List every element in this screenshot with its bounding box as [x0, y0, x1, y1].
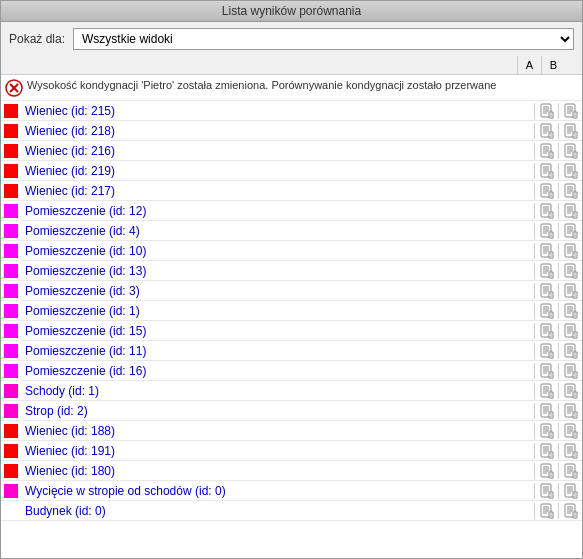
cell-a[interactable]	[534, 283, 558, 299]
cell-a[interactable]	[534, 423, 558, 439]
color-box	[4, 124, 18, 138]
row-name-label[interactable]: Wieniec (id: 180)	[21, 462, 534, 480]
table-row: Wycięcie w stropie od schodów (id: 0)	[1, 481, 582, 501]
cell-b[interactable]	[558, 263, 582, 279]
row-color-indicator	[1, 442, 21, 460]
row-name-label[interactable]: Wieniec (id: 191)	[21, 442, 534, 460]
cell-a[interactable]	[534, 263, 558, 279]
view-select[interactable]: Wszystkie widoki	[73, 28, 574, 50]
cell-b[interactable]	[558, 283, 582, 299]
row-color-indicator	[1, 322, 21, 340]
row-name-label[interactable]: Wieniec (id: 219)	[21, 162, 534, 180]
title-bar: Lista wyników porównania	[1, 1, 582, 22]
row-color-indicator	[1, 222, 21, 240]
cell-b[interactable]	[558, 303, 582, 319]
row-name-label[interactable]: Budynek (id: 0)	[21, 502, 534, 520]
cell-a[interactable]	[534, 143, 558, 159]
row-name-label[interactable]: Pomieszczenie (id: 1)	[21, 302, 534, 320]
row-name-label[interactable]: Pomieszczenie (id: 16)	[21, 362, 534, 380]
cell-a[interactable]	[534, 403, 558, 419]
table-row: Pomieszczenie (id: 13)	[1, 261, 582, 281]
cell-a[interactable]	[534, 243, 558, 259]
cell-b[interactable]	[558, 123, 582, 139]
row-color-indicator	[1, 122, 21, 140]
color-box	[4, 104, 18, 118]
row-name-label[interactable]: Pomieszczenie (id: 13)	[21, 262, 534, 280]
cell-b[interactable]	[558, 203, 582, 219]
row-name-label[interactable]: Wycięcie w stropie od schodów (id: 0)	[21, 482, 534, 500]
table-row: Pomieszczenie (id: 11)	[1, 341, 582, 361]
row-color-indicator	[1, 402, 21, 420]
cell-b[interactable]	[558, 463, 582, 479]
cell-b[interactable]	[558, 503, 582, 519]
cell-a[interactable]	[534, 503, 558, 519]
row-name-label[interactable]: Pomieszczenie (id: 3)	[21, 282, 534, 300]
cell-a[interactable]	[534, 443, 558, 459]
cell-a[interactable]	[534, 343, 558, 359]
cell-a[interactable]	[534, 363, 558, 379]
cell-b[interactable]	[558, 243, 582, 259]
row-color-indicator	[1, 382, 21, 400]
cell-b[interactable]	[558, 403, 582, 419]
cell-a[interactable]	[534, 483, 558, 499]
cell-b[interactable]	[558, 223, 582, 239]
table-row: Schody (id: 1)	[1, 381, 582, 401]
cell-a[interactable]	[534, 183, 558, 199]
row-name-label[interactable]: Pomieszczenie (id: 10)	[21, 242, 534, 260]
cell-b[interactable]	[558, 103, 582, 119]
col-b-header: B	[541, 56, 565, 74]
cell-b[interactable]	[558, 483, 582, 499]
cell-b[interactable]	[558, 443, 582, 459]
cell-a[interactable]	[534, 223, 558, 239]
cell-b[interactable]	[558, 423, 582, 439]
color-box	[4, 244, 18, 258]
row-name-label[interactable]: Wieniec (id: 217)	[21, 182, 534, 200]
row-name-label[interactable]: Pomieszczenie (id: 12)	[21, 202, 534, 220]
table-row: Pomieszczenie (id: 4)	[1, 221, 582, 241]
cell-b[interactable]	[558, 323, 582, 339]
color-box	[4, 384, 18, 398]
cell-b[interactable]	[558, 343, 582, 359]
cell-b[interactable]	[558, 363, 582, 379]
row-color-indicator	[1, 362, 21, 380]
row-color-indicator	[1, 262, 21, 280]
row-color-indicator	[1, 482, 21, 500]
row-color-indicator	[1, 182, 21, 200]
row-name-label[interactable]: Wieniec (id: 188)	[21, 422, 534, 440]
cell-b[interactable]	[558, 163, 582, 179]
color-box	[4, 264, 18, 278]
table-row: Wieniec (id: 217)	[1, 181, 582, 201]
toolbar-label: Pokaż dla:	[9, 32, 65, 46]
cell-b[interactable]	[558, 143, 582, 159]
row-name-label[interactable]: Pomieszczenie (id: 11)	[21, 342, 534, 360]
cell-b[interactable]	[558, 383, 582, 399]
main-window: Lista wyników porównania Pokaż dla: Wszy…	[0, 0, 583, 559]
cell-a[interactable]	[534, 303, 558, 319]
row-color-indicator	[1, 422, 21, 440]
cell-a[interactable]	[534, 203, 558, 219]
cell-a[interactable]	[534, 463, 558, 479]
cell-b[interactable]	[558, 183, 582, 199]
results-scroll-area[interactable]: Wysokość kondygnacji 'Pietro' została zm…	[1, 75, 582, 558]
row-name-label[interactable]: Wieniec (id: 216)	[21, 142, 534, 160]
row-name-label[interactable]: Schody (id: 1)	[21, 382, 534, 400]
color-box	[4, 184, 18, 198]
color-box	[4, 344, 18, 358]
color-box	[4, 444, 18, 458]
row-name-label[interactable]: Strop (id: 2)	[21, 402, 534, 420]
row-name-label[interactable]: Wieniec (id: 218)	[21, 122, 534, 140]
cell-a[interactable]	[534, 383, 558, 399]
col-name-header	[1, 56, 517, 74]
cell-a[interactable]	[534, 103, 558, 119]
row-name-label[interactable]: Wieniec (id: 215)	[21, 102, 534, 120]
color-box	[4, 304, 18, 318]
table-row: Pomieszczenie (id: 15)	[1, 321, 582, 341]
color-box	[4, 224, 18, 238]
cell-a[interactable]	[534, 163, 558, 179]
cell-a[interactable]	[534, 123, 558, 139]
row-name-label[interactable]: Pomieszczenie (id: 15)	[21, 322, 534, 340]
color-box	[4, 284, 18, 298]
warning-text: Wysokość kondygnacji 'Pietro' została zm…	[27, 78, 578, 92]
cell-a[interactable]	[534, 323, 558, 339]
row-name-label[interactable]: Pomieszczenie (id: 4)	[21, 222, 534, 240]
